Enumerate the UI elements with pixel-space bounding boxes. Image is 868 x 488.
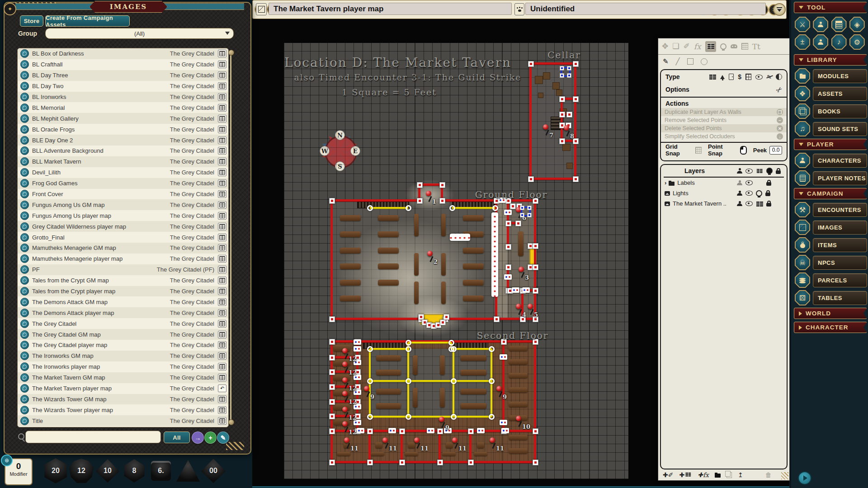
- npcs-icon-button[interactable]: ☠: [795, 255, 810, 270]
- open-book-icon[interactable]: [218, 331, 226, 338]
- player-visibility-icon[interactable]: [737, 201, 742, 206]
- open-book-icon[interactable]: [218, 374, 226, 381]
- open-book-icon[interactable]: [218, 82, 226, 90]
- layer-row[interactable]: ›Labels: [661, 178, 787, 188]
- list-item[interactable]: The Market Tavern player mapThe Grey Cit…: [18, 383, 228, 394]
- open-book-icon[interactable]: [218, 93, 226, 101]
- open-book-icon[interactable]: [218, 287, 226, 295]
- add-folder-icon[interactable]: [715, 474, 721, 478]
- encounters-icon-button[interactable]: ⚒: [795, 202, 810, 217]
- single-side-type-icon[interactable]: [776, 74, 782, 80]
- eye-icon[interactable]: [745, 180, 753, 185]
- eye-icon[interactable]: [745, 169, 753, 174]
- add-wall-layer-icon[interactable]: ✚: [679, 471, 692, 479]
- list-item[interactable]: TitleThe Grey Citadel: [18, 415, 228, 426]
- die-d12[interactable]: 12: [69, 459, 94, 483]
- add-fx-layer-icon[interactable]: ✚fx: [698, 471, 709, 479]
- map-name-field[interactable]: The Market Tavern player map: [269, 3, 512, 15]
- tool-modifiers-button[interactable]: ±: [795, 34, 810, 50]
- pointer-tool-icon[interactable]: ✥: [662, 42, 668, 51]
- sidebar-item-images[interactable]: IMAGES: [795, 220, 867, 235]
- peek-input[interactable]: 0.0: [769, 146, 782, 155]
- tool-calendar-button[interactable]: [831, 17, 847, 32]
- list-item[interactable]: The Demons Attack player mapThe Grey Cit…: [18, 307, 228, 318]
- layer-row[interactable]: Lights: [661, 188, 787, 198]
- add-paint-layer-icon[interactable]: ✚✐: [663, 471, 673, 479]
- identity-field[interactable]: Unidentified: [525, 3, 766, 15]
- door-type-icon[interactable]: [729, 74, 734, 80]
- open-book-icon[interactable]: [218, 158, 226, 165]
- open-book-icon[interactable]: [218, 255, 226, 263]
- open-book-icon[interactable]: [218, 223, 226, 230]
- open-book-icon[interactable]: [218, 147, 226, 155]
- open-book-icon[interactable]: [218, 50, 226, 57]
- open-book-icon[interactable]: [218, 298, 226, 306]
- scrollbar-knob-top[interactable]: [228, 50, 234, 56]
- revert-icon[interactable]: ↶: [218, 385, 226, 392]
- die-d20[interactable]: 20: [43, 458, 68, 483]
- list-item[interactable]: The Wizards Tower player mapThe Grey Cit…: [18, 404, 228, 415]
- identity-button[interactable]: [514, 3, 524, 15]
- play-button[interactable]: [798, 471, 811, 485]
- add-button[interactable]: +: [204, 432, 217, 444]
- list-item[interactable]: Grotto_FinalThe Grey Citadel: [18, 232, 228, 243]
- sidebar-item-tables[interactable]: ⚄TABLES: [795, 290, 867, 305]
- list-item[interactable]: The Grey CitadelThe Grey Citadel: [18, 318, 228, 329]
- modules-icon-button[interactable]: [795, 68, 810, 84]
- open-book-icon[interactable]: [218, 104, 226, 112]
- grid-snap-icon[interactable]: [695, 147, 702, 154]
- map-link-button[interactable]: [256, 3, 267, 15]
- grid-tool-icon[interactable]: [741, 43, 748, 50]
- walls-tool-icon[interactable]: [705, 41, 716, 52]
- open-book-icon[interactable]: [218, 352, 226, 360]
- cut-icon[interactable]: ✂: [774, 84, 784, 94]
- modifier-target-icon[interactable]: ⊕: [1, 455, 13, 466]
- map-canvas[interactable]: [284, 43, 628, 479]
- list-item[interactable]: BLL Market TavernThe Grey Citadel: [18, 156, 228, 167]
- paint-tool-icon[interactable]: ✐: [684, 42, 690, 51]
- list-item[interactable]: BLL Adventure BackgroundThe Grey Citadel: [18, 145, 228, 156]
- line-draw-icon[interactable]: ╱: [676, 57, 680, 66]
- action-item[interactable]: Simplify Selected Occluders↓: [661, 132, 787, 141]
- open-book-icon[interactable]: [218, 169, 226, 176]
- images-icon-button[interactable]: [795, 220, 810, 235]
- open-book-icon[interactable]: [218, 266, 226, 273]
- die-d100[interactable]: 00: [201, 459, 226, 483]
- action-item[interactable]: Duplicate Paint Layer As Walls❐: [661, 108, 787, 116]
- list-item[interactable]: BL Day TwoThe Grey Citadel: [18, 81, 228, 92]
- sidebar-item-books[interactable]: BOOKS: [795, 103, 867, 119]
- player notes-icon-button[interactable]: [795, 170, 810, 186]
- panel-resize-corner[interactable]: [781, 472, 788, 479]
- walls-layer-icon[interactable]: [756, 169, 763, 173]
- die-d10[interactable]: 10: [96, 459, 119, 483]
- open-book-icon[interactable]: [218, 61, 226, 68]
- tool-characters-tool-button[interactable]: [813, 34, 828, 50]
- sidebar-section-player[interactable]: PLAYER: [794, 139, 867, 150]
- action-item[interactable]: Remove Selected Points−: [661, 116, 787, 124]
- sidebar-item-assets[interactable]: ❖ASSETS: [795, 86, 867, 101]
- trash-icon[interactable]: 🗑: [765, 471, 772, 479]
- list-item[interactable]: The Ironworks player mapThe Grey Citadel: [18, 361, 228, 372]
- open-book-icon[interactable]: [218, 212, 226, 220]
- sidebar-item-player-notes[interactable]: PLAYER NOTES: [795, 170, 867, 186]
- search-input[interactable]: [25, 431, 161, 443]
- open-book-icon[interactable]: [218, 395, 226, 403]
- window-dragon-button[interactable]: ✦: [4, 3, 16, 15]
- open-book-icon[interactable]: [218, 309, 226, 317]
- window-type-icon[interactable]: [745, 74, 751, 80]
- list-item[interactable]: Devil_LilithThe Grey Citadel: [18, 167, 228, 178]
- open-book-icon[interactable]: [218, 244, 226, 252]
- list-item[interactable]: The Grey Citadel GM mapThe Grey Citadel: [18, 329, 228, 340]
- open-book-icon[interactable]: [218, 71, 226, 79]
- sidebar-item-sound-sets[interactable]: ♫SOUND SETS: [795, 121, 867, 136]
- list-item[interactable]: PFThe Grey Citadel (PF): [18, 264, 228, 275]
- open-book-icon[interactable]: [218, 234, 226, 241]
- list-item[interactable]: The Market Tavern GM mapThe Grey Citadel: [18, 372, 228, 383]
- chevron-right-icon[interactable]: ›: [665, 179, 666, 186]
- list-item[interactable]: BL Mephit GalleryThe Grey Citadel: [18, 113, 228, 124]
- list-item[interactable]: BLE Day One 2The Grey Citadel: [18, 135, 228, 145]
- list-item[interactable]: BL IronworksThe Grey Citadel: [18, 92, 228, 103]
- images-window-title[interactable]: IMAGES: [90, 1, 167, 13]
- list-item[interactable]: Frog God GamesThe Grey Citadel: [18, 178, 228, 189]
- list-item[interactable]: Tales from the Crypt player mapThe Grey …: [18, 286, 228, 297]
